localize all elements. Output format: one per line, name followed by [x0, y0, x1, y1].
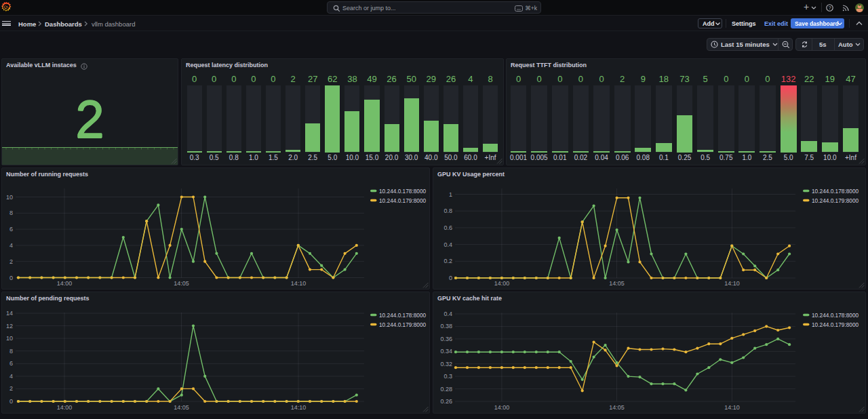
svg-text:0: 0	[449, 275, 452, 281]
svg-text:8: 8	[9, 348, 13, 355]
svg-text:14:05: 14:05	[609, 404, 625, 411]
svg-text:14:05: 14:05	[174, 280, 189, 287]
svg-text:10.244.0.178:8000: 10.244.0.178:8000	[379, 188, 427, 195]
svg-text:12: 12	[6, 323, 13, 330]
svg-text:10.244.0.179:8000: 10.244.0.179:8000	[812, 197, 859, 204]
svg-text:0.2: 0.2	[443, 258, 452, 264]
svg-text:1: 1	[449, 191, 452, 198]
svg-text:14:10: 14:10	[291, 280, 307, 287]
svg-text:6: 6	[9, 226, 13, 233]
svg-text:0: 0	[9, 275, 13, 281]
svg-text:10.244.0.179:8000: 10.244.0.179:8000	[379, 197, 427, 204]
svg-text:10.244.0.178:8000: 10.244.0.178:8000	[379, 312, 427, 319]
svg-text:10.244.0.179:8000: 10.244.0.179:8000	[379, 321, 427, 328]
svg-text:14:10: 14:10	[724, 280, 740, 287]
svg-text:0.8: 0.8	[443, 207, 452, 214]
svg-text:6: 6	[9, 360, 13, 367]
svg-text:14:10: 14:10	[291, 404, 307, 411]
svg-text:10: 10	[6, 194, 13, 201]
svg-text:14:00: 14:00	[494, 404, 510, 411]
svg-text:4: 4	[9, 242, 13, 249]
svg-text:0.6: 0.6	[443, 224, 452, 231]
svg-text:8: 8	[9, 210, 13, 216]
svg-text:4: 4	[9, 373, 13, 380]
svg-text:0.3: 0.3	[443, 373, 452, 380]
svg-text:0.34: 0.34	[440, 348, 452, 355]
svg-text:14: 14	[6, 310, 13, 317]
svg-text:0.28: 0.28	[440, 386, 452, 393]
svg-text:0.4: 0.4	[443, 311, 452, 317]
svg-text:10: 10	[6, 335, 13, 342]
svg-text:14:05: 14:05	[174, 404, 189, 411]
svg-text:0.26: 0.26	[440, 398, 452, 405]
svg-text:2: 2	[9, 258, 13, 265]
svg-text:10.244.0.179:8000: 10.244.0.179:8000	[812, 321, 859, 328]
svg-text:10.244.0.178:8000: 10.244.0.178:8000	[812, 188, 859, 195]
svg-text:0.38: 0.38	[440, 323, 452, 330]
svg-text:0.36: 0.36	[440, 336, 452, 342]
svg-text:0.4: 0.4	[443, 241, 452, 248]
svg-text:14:00: 14:00	[57, 404, 73, 411]
svg-text:14:00: 14:00	[494, 280, 510, 287]
svg-text:0: 0	[9, 398, 13, 405]
svg-text:0.32: 0.32	[440, 361, 452, 367]
svg-text:14:10: 14:10	[724, 404, 740, 411]
svg-text:14:00: 14:00	[57, 280, 73, 287]
svg-text:14:05: 14:05	[609, 280, 625, 287]
svg-text:10.244.0.178:8000: 10.244.0.178:8000	[812, 312, 859, 319]
svg-text:?: ?	[828, 5, 831, 11]
svg-text:2: 2	[9, 385, 13, 392]
